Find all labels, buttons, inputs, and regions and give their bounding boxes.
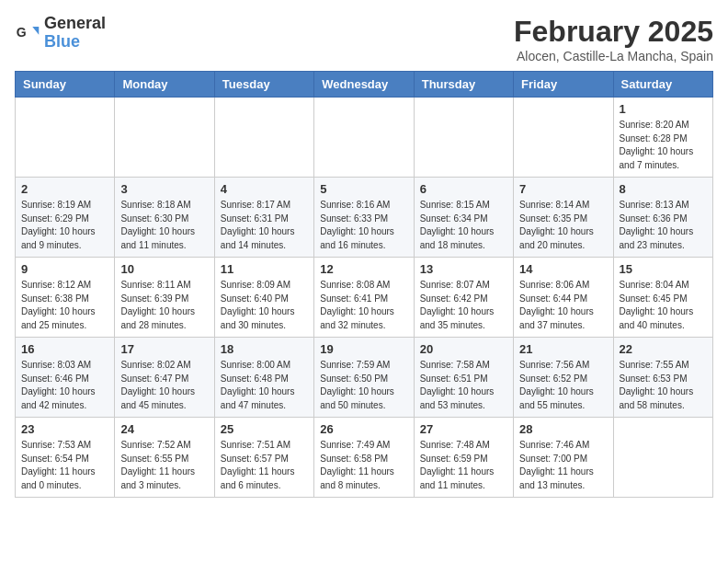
day-number: 19 bbox=[320, 342, 407, 356]
day-info: Sunrise: 8:06 AM Sunset: 6:44 PM Dayligh… bbox=[519, 279, 607, 332]
column-header-tuesday: Tuesday bbox=[214, 72, 313, 98]
day-number: 24 bbox=[120, 422, 208, 436]
day-info: Sunrise: 7:51 AM Sunset: 6:57 PM Dayligh… bbox=[221, 439, 308, 492]
calendar-cell: 22Sunrise: 7:55 AM Sunset: 6:53 PM Dayli… bbox=[613, 338, 712, 418]
calendar-cell: 25Sunrise: 7:51 AM Sunset: 6:57 PM Dayli… bbox=[214, 418, 313, 498]
calendar-cell bbox=[115, 98, 214, 178]
calendar-cell: 23Sunrise: 7:53 AM Sunset: 6:54 PM Dayli… bbox=[16, 418, 115, 498]
day-number: 27 bbox=[420, 422, 507, 436]
day-info: Sunrise: 7:58 AM Sunset: 6:51 PM Dayligh… bbox=[420, 359, 507, 412]
day-number: 22 bbox=[620, 342, 707, 356]
logo-text: General Blue bbox=[44, 15, 106, 52]
day-number: 2 bbox=[21, 182, 108, 196]
calendar-cell: 20Sunrise: 7:58 AM Sunset: 6:51 PM Dayli… bbox=[414, 338, 513, 418]
column-header-saturday: Saturday bbox=[613, 72, 712, 98]
day-info: Sunrise: 8:17 AM Sunset: 6:31 PM Dayligh… bbox=[221, 199, 308, 252]
calendar-week-1: 1Sunrise: 8:20 AM Sunset: 6:28 PM Daylig… bbox=[16, 98, 713, 178]
day-info: Sunrise: 8:12 AM Sunset: 6:38 PM Dayligh… bbox=[21, 279, 108, 332]
calendar-cell bbox=[414, 98, 513, 178]
title-block: February 2025 Alocen, Castille-La Mancha… bbox=[514, 15, 713, 63]
day-number: 14 bbox=[519, 262, 607, 276]
day-info: Sunrise: 7:59 AM Sunset: 6:50 PM Dayligh… bbox=[320, 359, 407, 412]
column-header-wednesday: Wednesday bbox=[314, 72, 414, 98]
day-number: 8 bbox=[620, 182, 707, 196]
location-subtitle: Alocen, Castille-La Mancha, Spain bbox=[514, 49, 713, 63]
day-info: Sunrise: 7:55 AM Sunset: 6:53 PM Dayligh… bbox=[620, 359, 707, 412]
column-header-friday: Friday bbox=[514, 72, 613, 98]
day-info: Sunrise: 7:49 AM Sunset: 6:58 PM Dayligh… bbox=[320, 439, 407, 492]
day-info: Sunrise: 8:09 AM Sunset: 6:40 PM Dayligh… bbox=[221, 279, 308, 332]
calendar-cell: 16Sunrise: 8:03 AM Sunset: 6:46 PM Dayli… bbox=[16, 338, 115, 418]
day-number: 25 bbox=[221, 422, 308, 436]
calendar-cell: 26Sunrise: 7:49 AM Sunset: 6:58 PM Dayli… bbox=[314, 418, 414, 498]
month-title: February 2025 bbox=[514, 15, 713, 49]
day-info: Sunrise: 8:02 AM Sunset: 6:47 PM Dayligh… bbox=[120, 359, 208, 412]
calendar-cell: 5Sunrise: 8:16 AM Sunset: 6:33 PM Daylig… bbox=[314, 178, 414, 258]
day-number: 3 bbox=[120, 182, 208, 196]
day-info: Sunrise: 7:46 AM Sunset: 7:00 PM Dayligh… bbox=[519, 439, 607, 492]
day-number: 5 bbox=[320, 182, 407, 196]
day-number: 9 bbox=[21, 262, 108, 276]
day-number: 18 bbox=[221, 342, 308, 356]
calendar-cell: 24Sunrise: 7:52 AM Sunset: 6:55 PM Dayli… bbox=[115, 418, 214, 498]
day-number: 28 bbox=[519, 422, 607, 436]
day-info: Sunrise: 8:11 AM Sunset: 6:39 PM Dayligh… bbox=[120, 279, 208, 332]
calendar-cell: 1Sunrise: 8:20 AM Sunset: 6:28 PM Daylig… bbox=[613, 98, 712, 178]
calendar-cell: 8Sunrise: 8:13 AM Sunset: 6:36 PM Daylig… bbox=[613, 178, 712, 258]
day-number: 13 bbox=[420, 262, 507, 276]
day-number: 21 bbox=[519, 342, 607, 356]
day-info: Sunrise: 7:56 AM Sunset: 6:52 PM Dayligh… bbox=[519, 359, 607, 412]
calendar-cell: 6Sunrise: 8:15 AM Sunset: 6:34 PM Daylig… bbox=[414, 178, 513, 258]
day-info: Sunrise: 8:03 AM Sunset: 6:46 PM Dayligh… bbox=[21, 359, 108, 412]
day-info: Sunrise: 8:20 AM Sunset: 6:28 PM Dayligh… bbox=[620, 119, 707, 172]
calendar-cell: 12Sunrise: 8:08 AM Sunset: 6:41 PM Dayli… bbox=[314, 258, 414, 338]
calendar-cell: 28Sunrise: 7:46 AM Sunset: 7:00 PM Dayli… bbox=[514, 418, 613, 498]
day-info: Sunrise: 8:13 AM Sunset: 6:36 PM Dayligh… bbox=[620, 199, 707, 252]
day-number: 10 bbox=[120, 262, 208, 276]
day-number: 20 bbox=[420, 342, 507, 356]
column-header-monday: Monday bbox=[115, 72, 214, 98]
day-info: Sunrise: 8:16 AM Sunset: 6:33 PM Dayligh… bbox=[320, 199, 407, 252]
calendar-week-3: 9Sunrise: 8:12 AM Sunset: 6:38 PM Daylig… bbox=[16, 258, 713, 338]
day-number: 7 bbox=[519, 182, 607, 196]
day-info: Sunrise: 8:18 AM Sunset: 6:30 PM Dayligh… bbox=[120, 199, 208, 252]
calendar-cell: 4Sunrise: 8:17 AM Sunset: 6:31 PM Daylig… bbox=[214, 178, 313, 258]
calendar-week-2: 2Sunrise: 8:19 AM Sunset: 6:29 PM Daylig… bbox=[16, 178, 713, 258]
day-info: Sunrise: 8:19 AM Sunset: 6:29 PM Dayligh… bbox=[21, 199, 108, 252]
day-info: Sunrise: 8:15 AM Sunset: 6:34 PM Dayligh… bbox=[420, 199, 507, 252]
calendar-cell bbox=[16, 98, 115, 178]
calendar-cell: 2Sunrise: 8:19 AM Sunset: 6:29 PM Daylig… bbox=[16, 178, 115, 258]
day-info: Sunrise: 7:52 AM Sunset: 6:55 PM Dayligh… bbox=[120, 439, 208, 492]
column-header-thursday: Thursday bbox=[414, 72, 513, 98]
calendar-cell: 15Sunrise: 8:04 AM Sunset: 6:45 PM Dayli… bbox=[613, 258, 712, 338]
calendar-cell: 21Sunrise: 7:56 AM Sunset: 6:52 PM Dayli… bbox=[514, 338, 613, 418]
calendar-cell: 13Sunrise: 8:07 AM Sunset: 6:42 PM Dayli… bbox=[414, 258, 513, 338]
calendar-cell: 10Sunrise: 8:11 AM Sunset: 6:39 PM Dayli… bbox=[115, 258, 214, 338]
day-info: Sunrise: 8:00 AM Sunset: 6:48 PM Dayligh… bbox=[221, 359, 308, 412]
day-info: Sunrise: 7:48 AM Sunset: 6:59 PM Dayligh… bbox=[420, 439, 507, 492]
day-info: Sunrise: 7:53 AM Sunset: 6:54 PM Dayligh… bbox=[21, 439, 108, 492]
day-number: 16 bbox=[21, 342, 108, 356]
calendar-week-5: 23Sunrise: 7:53 AM Sunset: 6:54 PM Dayli… bbox=[16, 418, 713, 498]
day-number: 4 bbox=[221, 182, 308, 196]
calendar-cell: 17Sunrise: 8:02 AM Sunset: 6:47 PM Dayli… bbox=[115, 338, 214, 418]
day-number: 23 bbox=[21, 422, 108, 436]
calendar-cell bbox=[314, 98, 414, 178]
day-info: Sunrise: 8:07 AM Sunset: 6:42 PM Dayligh… bbox=[420, 279, 507, 332]
day-number: 6 bbox=[420, 182, 507, 196]
calendar-header-row: SundayMondayTuesdayWednesdayThursdayFrid… bbox=[16, 72, 713, 98]
calendar-cell: 18Sunrise: 8:00 AM Sunset: 6:48 PM Dayli… bbox=[214, 338, 313, 418]
day-number: 12 bbox=[320, 262, 407, 276]
svg-marker-1 bbox=[32, 27, 39, 35]
calendar-cell: 11Sunrise: 8:09 AM Sunset: 6:40 PM Dayli… bbox=[214, 258, 313, 338]
calendar-cell: 3Sunrise: 8:18 AM Sunset: 6:30 PM Daylig… bbox=[115, 178, 214, 258]
calendar-cell: 19Sunrise: 7:59 AM Sunset: 6:50 PM Dayli… bbox=[314, 338, 414, 418]
day-number: 26 bbox=[320, 422, 407, 436]
column-header-sunday: Sunday bbox=[16, 72, 115, 98]
day-number: 17 bbox=[120, 342, 208, 356]
calendar-table: SundayMondayTuesdayWednesdayThursdayFrid… bbox=[15, 71, 713, 498]
page-header: G General Blue February 2025 Alocen, Cas… bbox=[15, 15, 713, 63]
day-number: 15 bbox=[620, 262, 707, 276]
day-info: Sunrise: 8:14 AM Sunset: 6:35 PM Dayligh… bbox=[519, 199, 607, 252]
logo-icon: G bbox=[15, 20, 40, 46]
